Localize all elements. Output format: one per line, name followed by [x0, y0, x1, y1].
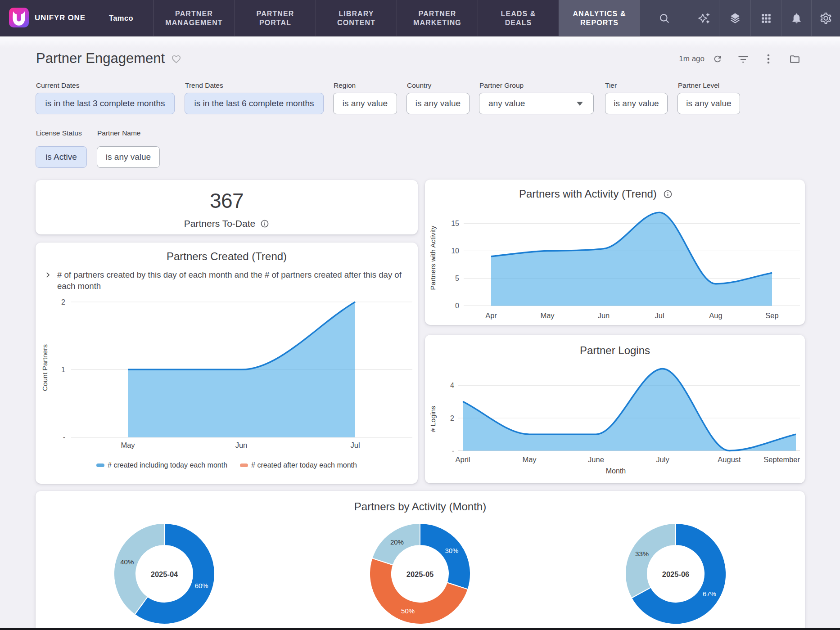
- svg-text:67%: 67%: [703, 590, 716, 598]
- svg-text:30%: 30%: [445, 547, 458, 554]
- svg-text:2: 2: [61, 298, 65, 306]
- svg-text:Jun: Jun: [598, 311, 610, 320]
- svg-text:2025-06: 2025-06: [662, 570, 690, 578]
- svg-text:2025-05: 2025-05: [406, 570, 434, 578]
- svg-text:10: 10: [451, 247, 459, 255]
- svg-text:May: May: [522, 455, 537, 464]
- svg-text:Jul: Jul: [655, 311, 664, 320]
- svg-text:60%: 60%: [195, 582, 208, 590]
- svg-text:50%: 50%: [401, 607, 415, 615]
- svg-text:# Logins: # Logins: [429, 405, 437, 432]
- svg-text:1: 1: [61, 366, 65, 374]
- svg-text:20%: 20%: [390, 538, 404, 546]
- svg-text:40%: 40%: [120, 558, 134, 566]
- svg-text:-: -: [452, 447, 454, 454]
- svg-text:August: August: [718, 455, 741, 464]
- svg-text:33%: 33%: [635, 550, 649, 558]
- svg-text:Jun: Jun: [235, 441, 248, 449]
- svg-text:2: 2: [450, 414, 454, 422]
- svg-text:2025-04: 2025-04: [151, 570, 178, 578]
- svg-text:Sep: Sep: [765, 311, 778, 320]
- svg-text:Jul: Jul: [350, 441, 360, 449]
- svg-text:-: -: [63, 433, 65, 441]
- svg-text:15: 15: [451, 220, 459, 227]
- svg-text:June: June: [588, 455, 604, 464]
- svg-text:Month: Month: [606, 467, 626, 475]
- svg-text:0: 0: [455, 302, 459, 310]
- svg-text:Partners with Activity: Partners with Activity: [429, 225, 437, 290]
- svg-text:April: April: [455, 455, 470, 464]
- svg-text:Aug: Aug: [709, 311, 722, 320]
- svg-text:5: 5: [455, 274, 459, 282]
- svg-text:September: September: [763, 455, 800, 464]
- svg-text:July: July: [656, 455, 669, 464]
- svg-text:Apr: Apr: [485, 311, 497, 320]
- svg-text:May: May: [121, 441, 135, 449]
- svg-text:Count Partners: Count Partners: [41, 344, 49, 391]
- svg-text:4: 4: [450, 382, 454, 389]
- svg-text:May: May: [540, 311, 555, 320]
